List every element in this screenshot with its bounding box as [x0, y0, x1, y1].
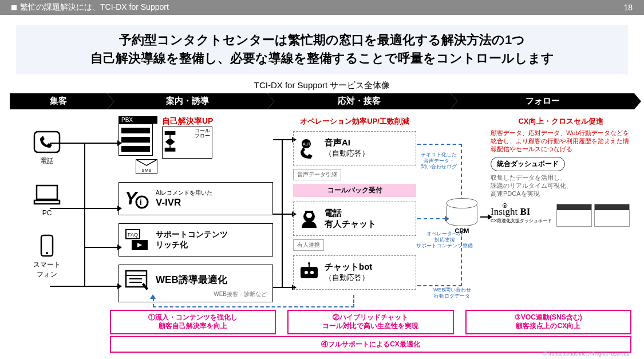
response-column: オペレーション効率UP/工数削減 AUTO 音声AI（自動応答） 音声データ引継… — [293, 116, 416, 290]
dashboard-thumbs — [556, 204, 630, 227]
vivr-sub: AIレコメンドを用いた — [156, 189, 212, 197]
pink-1: ①流入・コンテンツを強化し顧客自己解決率を向上 — [110, 310, 276, 334]
guide-column: PBX SMS 自己解決率UP コールフロー — [118, 116, 273, 302]
human-l2: 有人チャット — [325, 219, 376, 228]
device-pc: PC — [15, 183, 78, 217]
topbar-title: 繁忙の課題解決には、TCI-DX for Support — [20, 2, 169, 13]
svg-text:i: i — [140, 198, 142, 207]
dashed-connector — [461, 144, 462, 201]
vivr-icon: Yi — [125, 187, 150, 210]
device-smartphone: スマート フォン — [15, 234, 78, 279]
chatbot-icon — [298, 262, 320, 283]
connector — [50, 143, 118, 144]
svg-point-23 — [310, 271, 314, 274]
svg-point-19 — [306, 212, 312, 218]
subtitle: TCI-DX for Support サービス全体像 — [0, 80, 644, 91]
dashed-connector — [417, 218, 446, 219]
diagram-body: 電話 PC スマート フォン PBX — [10, 116, 634, 357]
connector — [273, 287, 293, 288]
smartphone-icon — [33, 234, 61, 257]
chatbot-box: チャットbot（自動応答） — [293, 255, 416, 290]
dashboard-pill: 統合ダッシュボード — [491, 157, 565, 171]
right-column: CX向上・クロスセル促進 顧客データ、応対データ、Web行動データなどを統合し、… — [491, 116, 631, 227]
callflow-l2: フロー — [195, 133, 210, 139]
step-1: 集客 — [10, 93, 107, 109]
arrow-up-icon — [150, 294, 156, 299]
connector — [84, 144, 85, 287]
svg-rect-1 — [37, 186, 57, 199]
headline-l1: 予約型コンタクトセンターは繁忙期の窓口を最適化する解決方法の1つ — [23, 31, 621, 49]
tag-voice-handoff: 音声データ引継 — [293, 169, 341, 180]
callflow-box: コールフロー — [162, 127, 212, 159]
insight-sub: CX最適化支援ダッシュボード — [491, 218, 552, 224]
connector — [50, 208, 118, 209]
connector — [50, 286, 118, 287]
guide-red-label: 自己解決率UP — [162, 116, 213, 127]
flowchart-icon — [164, 128, 183, 153]
voice-ai-box: AUTO 音声AI（自動応答） — [293, 131, 416, 165]
right-red-label: CX向上・クロスセル促進 — [491, 116, 631, 127]
human-l1: 電話 — [325, 208, 342, 218]
laptop-icon — [33, 183, 61, 206]
step-2: 案内・誘導 — [107, 93, 267, 109]
faq-text: FAQ — [128, 232, 138, 238]
connector — [273, 139, 293, 140]
pink-3: ③VOC連動(SNS含む)顧客接点上のCX向上 — [465, 310, 631, 334]
web-sub: WEB接客・診断など — [125, 290, 267, 298]
support-box: FAQ サポートコンテンツ リッチ化 — [118, 223, 273, 257]
insight-logo: Insı⦿ght BI — [491, 206, 552, 218]
web-box: WEB誘導最適化 WEB接客・診断など — [118, 265, 273, 302]
phone-handset-icon — [33, 131, 61, 153]
webpage-icon — [125, 269, 150, 291]
step-arrows: 集客 案内・誘導 応対・接客 フォロー — [10, 93, 634, 109]
voice-ai-l2: （自動応答） — [325, 149, 369, 157]
device-pc-label: PC — [15, 209, 78, 217]
voice-ai-l1: 音声AI — [325, 137, 350, 147]
svg-rect-0 — [34, 132, 60, 152]
connector — [273, 214, 293, 215]
svg-rect-5 — [165, 131, 176, 135]
svg-point-4 — [46, 252, 48, 254]
svg-text:AUTO: AUTO — [303, 142, 314, 146]
dashed-connector — [153, 298, 154, 307]
right-desc: 顧客データ、応対データ、Web行動データなどを統合し、より顧客の行動や利用履歴を… — [491, 129, 631, 153]
svg-rect-2 — [34, 200, 60, 204]
chatbot-l1: チャットbot — [325, 262, 372, 271]
callback-box: コールバック受付 — [293, 184, 416, 197]
slide-topbar: 繁忙の課題解決には、TCI-DX for Support 18 — [0, 0, 644, 15]
pink-row: ①流入・コンテンツを強化し顧客自己解決率を向上 ②ハイブリッドチャットコール対比… — [110, 310, 631, 334]
note-weblog: WEB問い合わせ 行動ログデータ — [433, 287, 471, 299]
svg-point-8 — [136, 196, 148, 208]
svg-rect-20 — [305, 211, 313, 213]
tag-human-link: 有人連携 — [293, 239, 324, 251]
vivr-box: Yi AIレコメンドを用いたV-IVR — [118, 182, 273, 215]
svg-rect-21 — [301, 267, 318, 278]
auto-voice-icon: AUTO — [298, 138, 320, 159]
device-tel-label: 電話 — [15, 156, 78, 166]
devices-column: 電話 PC スマート フォン — [15, 131, 78, 279]
dashed-connector — [353, 295, 354, 307]
web-title: WEB誘導最適化 — [156, 273, 227, 286]
note-voice-log: テキスト化した 音声データ・ 問い合わせログ — [421, 152, 457, 170]
crm-node: CRM — [445, 202, 479, 234]
svg-point-25 — [308, 262, 310, 265]
response-red-label: オペレーション効率UP/工数削減 — [293, 116, 416, 127]
page-number: 18 — [623, 3, 633, 12]
pink-2: ②ハイブリッドチャットコール対比で高い生産性を実現 — [287, 310, 453, 334]
vivr-title: V-IVR — [156, 197, 181, 208]
sms-box: SMS — [136, 159, 157, 174]
crm-label: CRM — [445, 227, 479, 234]
svg-rect-6 — [165, 148, 176, 152]
support-title: サポートコンテンツ リッチ化 — [156, 230, 228, 250]
pink-4: ④フルサポートによるCX最適化 — [110, 336, 631, 353]
connector — [84, 247, 118, 248]
human-chat-box: 電話有人チャット — [293, 202, 416, 236]
dashed-connector — [417, 285, 462, 286]
svg-point-22 — [305, 271, 308, 274]
dashed-connector — [417, 144, 462, 145]
headline-band: 予約型コンタクトセンターは繁忙期の窓口を最適化する解決方法の1つ 自己解決導線を… — [16, 25, 628, 74]
chatbot-l2: （自動応答） — [325, 273, 369, 282]
database-icon — [447, 202, 477, 226]
dashed-connector — [153, 306, 354, 307]
step-3: 応対・接客 — [267, 93, 451, 109]
